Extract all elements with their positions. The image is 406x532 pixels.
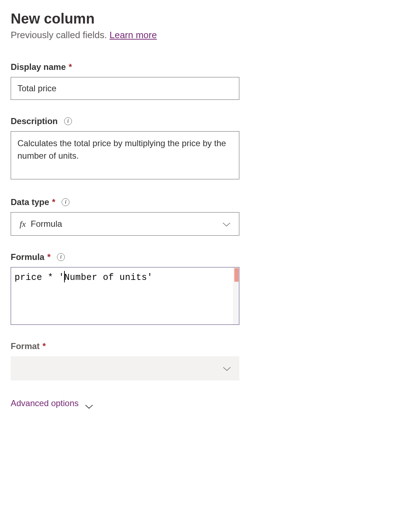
data-type-select-content: fx Formula [20,219,62,229]
data-type-label: Data type * i [11,197,395,207]
info-icon[interactable]: i [57,253,65,261]
format-label: Format * [11,341,395,351]
formula-label-text: Formula [11,252,45,262]
required-indicator: * [69,62,72,72]
formula-group: Formula * i price * 'Number of units' [11,252,395,325]
display-name-label-text: Display name [11,62,66,72]
formula-text-before: price * ' [15,272,64,283]
data-type-value: Formula [31,219,62,229]
required-indicator: * [52,197,55,207]
page-title: New column [11,11,395,27]
display-name-group: Display name * [11,62,395,100]
display-name-label: Display name * [11,62,395,72]
chevron-down-icon [223,222,230,226]
formula-editor[interactable]: price * 'Number of units' [11,267,239,325]
subtitle-text: Previously called fields. [11,30,109,40]
required-indicator: * [47,252,51,262]
data-type-label-text: Data type [11,197,49,207]
fx-icon: fx [20,219,26,229]
advanced-options-toggle[interactable]: Advanced options [11,398,395,408]
data-type-group: Data type * i fx Formula [11,197,395,236]
scrollbar-indicator [234,268,239,282]
format-select[interactable] [11,356,239,380]
advanced-options-label: Advanced options [11,398,79,408]
chevron-down-icon [223,366,231,370]
page-subtitle: Previously called fields. Learn more [11,30,395,41]
chevron-down-icon [85,401,93,405]
info-icon[interactable]: i [62,198,69,206]
formula-text-after: Number of units' [64,272,153,283]
formula-content: price * 'Number of units' [15,272,235,284]
learn-more-link[interactable]: Learn more [109,30,157,40]
format-group: Format * [11,341,395,380]
formula-label: Formula * i [11,252,395,262]
data-type-select[interactable]: fx Formula [11,212,239,236]
text-caret [64,271,65,282]
format-label-text: Format [11,341,40,351]
info-icon[interactable]: i [64,117,72,125]
description-label: Description i [11,116,395,126]
display-name-input[interactable] [11,77,239,100]
description-input[interactable]: Calculates the total price by multiplyin… [11,131,239,179]
description-group: Description i Calculates the total price… [11,116,395,181]
required-indicator: * [42,341,46,351]
description-label-text: Description [11,116,58,126]
